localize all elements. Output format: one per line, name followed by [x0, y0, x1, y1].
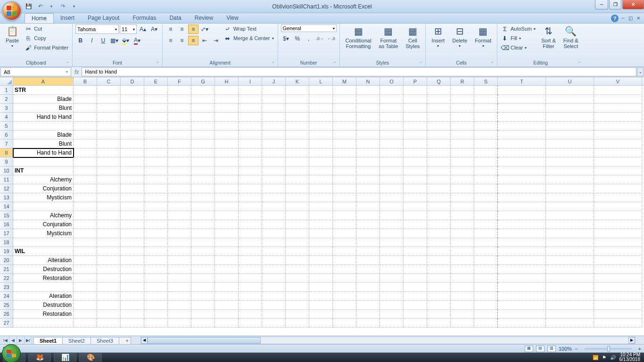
cell-U7[interactable] [546, 140, 594, 148]
cell-F25[interactable] [168, 301, 191, 310]
cell-B6[interactable] [74, 131, 97, 140]
cell-G18[interactable] [191, 238, 215, 247]
cell-T27[interactable] [498, 319, 546, 328]
cell-G15[interactable] [191, 211, 215, 220]
cell-O12[interactable] [380, 184, 404, 193]
cell-O8[interactable] [380, 148, 404, 157]
cell-K26[interactable] [286, 310, 309, 319]
cell-Q21[interactable] [427, 265, 451, 274]
border-button[interactable]: ▦▾ [109, 36, 120, 45]
cell-G23[interactable] [191, 283, 215, 292]
taskbar-paint-icon[interactable]: 🎨 [79, 353, 102, 362]
cell-U4[interactable] [546, 113, 594, 122]
cell-D15[interactable] [121, 211, 144, 220]
cell-D14[interactable] [121, 202, 144, 211]
row-header[interactable]: 3 [0, 104, 13, 113]
cell-L10[interactable] [309, 166, 333, 175]
name-box[interactable]: A8▾ [0, 67, 71, 76]
cell-A20[interactable]: Alteration [13, 256, 74, 265]
cell-B27[interactable] [74, 319, 97, 328]
cell-C15[interactable] [97, 211, 121, 220]
cell-S21[interactable] [474, 265, 498, 274]
cell-M6[interactable] [333, 131, 356, 140]
cell-E14[interactable] [144, 202, 168, 211]
cell-S24[interactable] [474, 292, 498, 301]
cell-M9[interactable] [333, 157, 356, 166]
cell-M5[interactable] [333, 122, 356, 131]
cell-S20[interactable] [474, 256, 498, 265]
cell-K27[interactable] [286, 319, 309, 328]
cell-K13[interactable] [286, 193, 309, 202]
cell-V15[interactable] [594, 211, 642, 220]
cell-C23[interactable] [97, 283, 121, 292]
cell-K18[interactable] [286, 238, 309, 247]
cell-J19[interactable] [262, 247, 286, 256]
column-header-O[interactable]: O [380, 77, 404, 85]
cell-V13[interactable] [594, 193, 642, 202]
help-icon[interactable]: ? [611, 15, 619, 22]
ribbon-restore-icon[interactable]: ◱ [628, 16, 633, 21]
cell-F7[interactable] [168, 140, 191, 148]
cell-N14[interactable] [356, 202, 380, 211]
column-header-R[interactable]: R [451, 77, 474, 85]
cell-B9[interactable] [74, 157, 97, 166]
cell-I12[interactable] [239, 184, 262, 193]
cell-E17[interactable] [144, 229, 168, 238]
cell-L13[interactable] [309, 193, 333, 202]
cell-J26[interactable] [262, 310, 286, 319]
cell-T9[interactable] [498, 157, 546, 166]
cell-J7[interactable] [262, 140, 286, 148]
cell-R13[interactable] [451, 193, 474, 202]
cell-H16[interactable] [215, 220, 239, 229]
cell-Q25[interactable] [427, 301, 451, 310]
cell-Q27[interactable] [427, 319, 451, 328]
cell-P22[interactable] [404, 274, 427, 283]
cell-L22[interactable] [309, 274, 333, 283]
cell-Q10[interactable] [427, 166, 451, 175]
cell-U18[interactable] [546, 238, 594, 247]
column-header-M[interactable]: M [333, 77, 356, 85]
cell-H23[interactable] [215, 283, 239, 292]
cell-S25[interactable] [474, 301, 498, 310]
cell-G17[interactable] [191, 229, 215, 238]
row-header[interactable]: 26 [0, 310, 13, 319]
cell-O18[interactable] [380, 238, 404, 247]
cell-M16[interactable] [333, 220, 356, 229]
formula-input[interactable]: Hand to Hand [82, 67, 636, 76]
cell-Q24[interactable] [427, 292, 451, 301]
cell-S8[interactable] [474, 148, 498, 157]
row-header[interactable]: 8 [0, 148, 13, 157]
cell-C21[interactable] [97, 265, 121, 274]
row-header[interactable]: 23 [0, 283, 13, 292]
cell-G4[interactable] [191, 113, 215, 122]
column-header-G[interactable]: G [191, 77, 215, 85]
cell-F26[interactable] [168, 310, 191, 319]
cell-R3[interactable] [451, 104, 474, 113]
cell-K25[interactable] [286, 301, 309, 310]
cell-E4[interactable] [144, 113, 168, 122]
cell-M1[interactable] [333, 86, 356, 95]
next-sheet-button[interactable]: ▶ [17, 337, 25, 344]
cell-L21[interactable] [309, 265, 333, 274]
cell-M20[interactable] [333, 256, 356, 265]
row-header[interactable]: 13 [0, 193, 13, 202]
cell-M26[interactable] [333, 310, 356, 319]
cell-U14[interactable] [546, 202, 594, 211]
cell-C4[interactable] [97, 113, 121, 122]
cell-D6[interactable] [121, 131, 144, 140]
cell-I16[interactable] [239, 220, 262, 229]
cell-G16[interactable] [191, 220, 215, 229]
cell-V21[interactable] [594, 265, 642, 274]
cell-E9[interactable] [144, 157, 168, 166]
cell-O24[interactable] [380, 292, 404, 301]
cell-R11[interactable] [451, 175, 474, 184]
cell-V1[interactable] [594, 86, 642, 95]
cell-H14[interactable] [215, 202, 239, 211]
undo-icon[interactable]: ↶ [36, 2, 44, 11]
cell-L9[interactable] [309, 157, 333, 166]
clear-button[interactable]: ⌫Clear ▾ [500, 43, 537, 52]
row-header[interactable]: 6 [0, 131, 13, 140]
cell-J10[interactable] [262, 166, 286, 175]
cell-A16[interactable]: Conjuration [13, 220, 74, 229]
cell-U19[interactable] [546, 247, 594, 256]
